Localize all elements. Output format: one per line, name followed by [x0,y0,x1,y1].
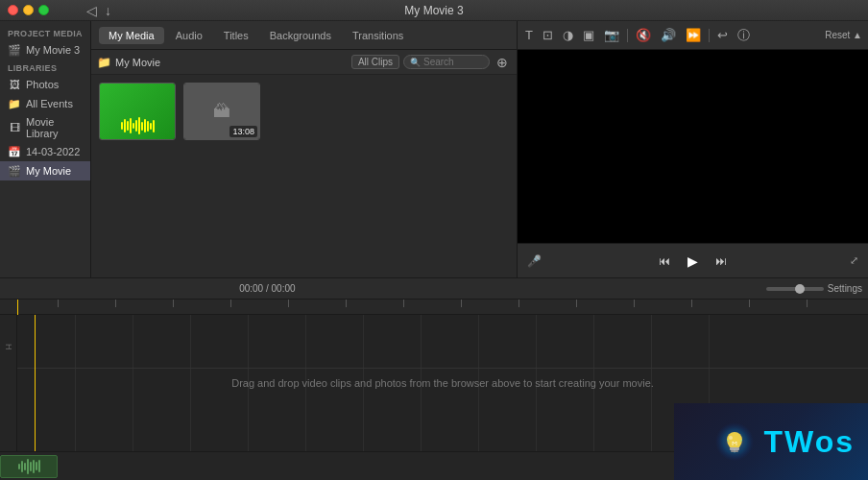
playback-controls: 🎤 ⏮ ▶ ⏭ ⤢ [518,243,868,277]
ruler-tick [518,300,519,307]
rewind-to-start-button[interactable]: ⏮ [654,252,675,271]
filter-tool-button[interactable]: ◑ [561,27,575,43]
audio-bar [18,464,20,469]
ruler-tick [288,300,289,307]
grid-line [190,315,191,451]
zoom-slider[interactable] [766,287,824,291]
sidebar-item-movielibrary[interactable]: 🎞 Movie Library [0,113,90,142]
reset-button[interactable]: Reset ▲ [825,30,862,40]
media-browser: My Media Audio Titles Backgrounds Transi… [91,21,518,277]
events-icon: 📁 [8,97,21,110]
sidebar-mymovie-label: My Movie [26,165,71,177]
search-input[interactable] [423,57,481,67]
browser-folder-name: My Movie [115,57,348,68]
tab-backgrounds[interactable]: Backgrounds [260,27,341,44]
settings-button[interactable]: Settings [828,283,862,294]
playhead-line [35,315,36,451]
sidebar: PROJECT MEDIA 🎬 My Movie 3 LIBRARIES 🖼 P… [0,21,91,277]
sidebar-photos-label: Photos [26,79,59,90]
sidebar-project-label: My Movie 3 [26,44,80,56]
clip-green-bg [100,84,175,139]
waveform-bar [121,122,123,130]
sidebar-item-project[interactable]: 🎬 My Movie 3 [0,40,90,60]
clip-thumbnail-video [99,83,176,140]
time-display: 00:00 / 00:00 [239,283,295,294]
clip-item-image[interactable]: 🏔 13:08 [183,83,260,140]
zoom-thumb [795,284,805,294]
grid-line [75,315,76,451]
mymovie-icon: 🎬 [8,164,21,178]
ruler-tick [807,300,808,307]
track-divider [17,368,868,369]
library-icon: 🎞 [8,121,21,134]
folder-icon: 📁 [97,56,111,69]
tab-my-media[interactable]: My Media [99,27,164,44]
timeline-placeholder: Drag and drop video clips and photos fro… [231,377,654,389]
nav-tabs: My Media Audio Titles Backgrounds Transi… [91,21,517,50]
ruler-tick [634,300,635,307]
back-button[interactable]: ◁ [86,3,97,18]
preview-toolbar: T ⊡ ◑ ▣ 📷 🔇 🔊 ⏩ ↩ ⓘ Reset ▲ [518,21,868,50]
info-tool-button[interactable]: ⓘ [735,26,752,45]
ruler-tick [576,300,577,307]
clip-waveform [100,116,175,135]
minimize-button[interactable] [23,5,34,15]
tool-separator [627,29,628,42]
track-labels: H [0,315,17,451]
maximize-button[interactable] [38,5,49,15]
fullscreen-button[interactable]: ⤢ [850,254,858,267]
sidebar-item-photos[interactable]: 🖼 Photos [0,75,90,94]
grid-line [133,315,133,451]
undo-tool-button[interactable]: ↩ [715,27,730,43]
twos-logo-icon [713,420,756,463]
tab-titles[interactable]: Titles [214,27,258,44]
audio-bar [30,462,32,471]
ruler-tick [173,300,174,307]
forward-to-end-button[interactable]: ⏭ [711,252,732,271]
sidebar-item-mymovie[interactable]: 🎬 My Movie [0,161,90,180]
tab-audio[interactable]: Audio [166,27,212,44]
waveform-bar [141,122,143,131]
waveform-bar [153,120,155,132]
sidebar-item-allevents[interactable]: 📁 All Events [0,94,90,113]
play-button[interactable]: ▶ [683,251,703,272]
ruler-tick [461,300,462,307]
tab-transitions[interactable]: Transitions [343,27,413,44]
speed-tool-button[interactable]: ⏩ [684,27,703,43]
waveform-bar [138,117,140,134]
audio-bar [33,460,35,473]
audio-tool-button[interactable]: 🔊 [659,27,678,43]
movie-icon: 🎬 [8,43,21,57]
mic-icon[interactable]: 🎤 [527,254,542,268]
twos-watermark: TWos [674,403,868,480]
top-section: PROJECT MEDIA 🎬 My Movie 3 LIBRARIES 🖼 P… [0,21,868,278]
audio-bar [36,462,37,470]
sidebar-movielibrary-label: Movie Library [26,116,83,139]
waveform-bar [124,119,126,132]
camera-tool-button[interactable]: 📷 [602,27,621,43]
crop-tool-button[interactable]: ⊡ [541,27,555,43]
video-tool-button[interactable]: ▣ [581,27,596,43]
libraries-section-label: LIBRARIES [0,60,90,75]
text-tool-button[interactable]: T [523,27,535,43]
title-bar: ◁ ↓ My Movie 3 [0,0,868,21]
preview-panel: T ⊡ ◑ ▣ 📷 🔇 🔊 ⏩ ↩ ⓘ Reset ▲ 🎤 ⏮ ▶ [518,21,868,277]
search-icon: 🔍 [410,58,421,67]
sidebar-item-date[interactable]: 📅 14-03-2022 [0,142,90,161]
audio-wave-bars [18,459,40,474]
close-button[interactable] [8,5,18,15]
audio-bar [27,459,29,474]
add-media-button[interactable]: ⊕ [494,55,511,70]
import-button[interactable]: ↓ [105,3,111,18]
search-box[interactable]: 🔍 [403,55,490,69]
preview-screen [518,50,868,243]
waveform-bar [135,120,137,132]
clip-item-video[interactable] [99,83,176,140]
audio-mute-button[interactable]: 🔇 [634,27,653,43]
photos-icon: 🖼 [8,78,21,91]
waveform-bar [147,121,149,132]
sidebar-date-label: 14-03-2022 [26,146,80,157]
timeline-ruler [0,300,868,315]
filter-button[interactable]: All Clips [351,55,399,69]
window-controls [8,5,49,15]
